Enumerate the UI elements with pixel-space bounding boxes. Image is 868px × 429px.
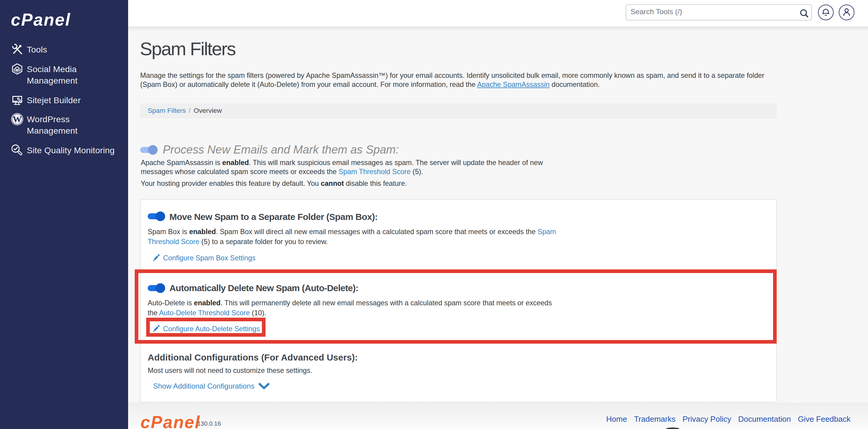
svg-text:W: W — [13, 114, 22, 124]
